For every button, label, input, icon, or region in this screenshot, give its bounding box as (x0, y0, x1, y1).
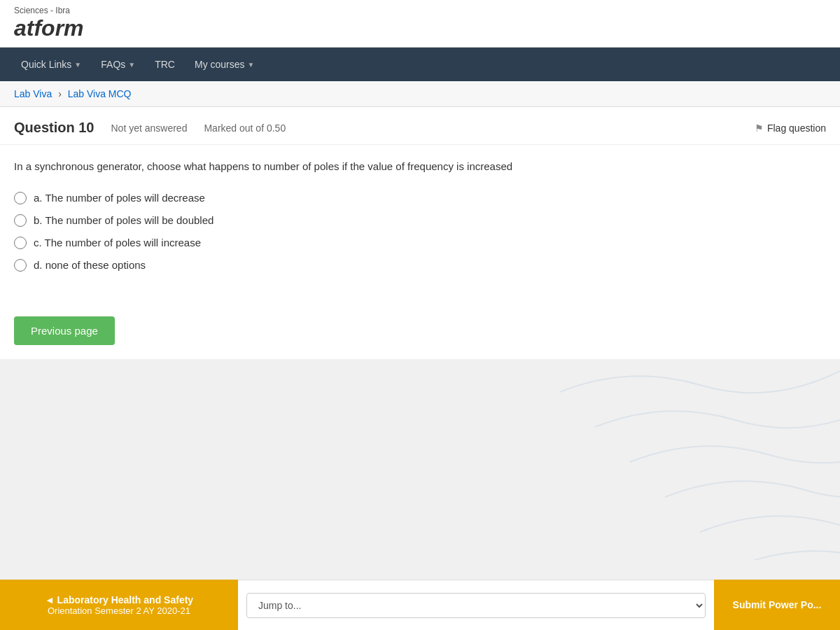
answer-option-c[interactable]: c. The number of poles will increase (14, 237, 826, 249)
breadcrumb: Lab Viva › Lab Viva MCQ (0, 81, 840, 107)
answer-label-c: c. The number of poles will increase (34, 237, 201, 248)
bottom-nav-right[interactable]: Submit Power Po... (714, 580, 840, 630)
submit-button-label: Submit Power Po... (733, 599, 822, 610)
navbar-item-faqs[interactable]: FAQs ▼ (91, 48, 145, 81)
question-body: In a synchronous generator, choose what … (0, 145, 840, 295)
chevron-down-icon: ▼ (74, 61, 81, 69)
answer-label-b: b. The number of poles will be doubled (34, 214, 214, 226)
jump-to-select[interactable]: Jump to... (246, 593, 706, 618)
navbar-item-quicklinks[interactable]: Quick Links ▼ (11, 48, 91, 81)
chevron-down-icon: ▼ (128, 61, 135, 69)
bottom-nav-left-text2: Orientation Semester 2 AY 2020-21 (48, 606, 190, 616)
question-header: Question 10 Not yet answered Marked out … (0, 107, 840, 145)
platform-subtitle: Sciences - Ibra (14, 6, 826, 15)
answer-option-b[interactable]: b. The number of poles will be doubled (14, 214, 826, 227)
previous-page-button[interactable]: Previous page (14, 316, 115, 345)
navbar: Quick Links ▼ FAQs ▼ TRC My courses ▼ (0, 48, 840, 81)
flag-question-button[interactable]: ⚑ Flag question (755, 122, 826, 134)
breadcrumb-lab-viva[interactable]: Lab Viva (14, 88, 52, 99)
radio-b[interactable] (14, 214, 27, 227)
platform-title: atform (14, 15, 826, 41)
main-content: Question 10 Not yet answered Marked out … (0, 107, 840, 359)
chevron-down-icon: ▼ (248, 61, 255, 69)
bottom-nav-middle: Jump to... (238, 580, 714, 630)
flag-icon: ⚑ (755, 122, 764, 134)
radio-c[interactable] (14, 237, 27, 249)
bottom-nav-left[interactable]: ◄ Laboratory Health and Safety Orientati… (0, 580, 238, 630)
answer-option-d[interactable]: d. none of these options (14, 259, 826, 272)
question-number: Question 10 (14, 120, 94, 136)
radio-d[interactable] (14, 259, 27, 272)
radio-a[interactable] (14, 192, 27, 204)
answer-label-a: a. The number of poles will decrease (34, 192, 205, 204)
answer-option-a[interactable]: a. The number of poles will decrease (14, 192, 826, 204)
question-marked: Marked out of 0.50 (204, 122, 286, 134)
breadcrumb-lab-viva-mcq[interactable]: Lab Viva MCQ (68, 88, 132, 99)
question-status: Not yet answered (111, 122, 187, 134)
prev-btn-container: Previous page (0, 295, 840, 359)
answer-label-d: d. none of these options (34, 259, 146, 271)
platform-header: Sciences - Ibra atform (0, 0, 840, 48)
question-text: In a synchronous generator, choose what … (14, 159, 826, 175)
bottom-nav: ◄ Laboratory Health and Safety Orientati… (0, 580, 840, 630)
navbar-item-mycourses[interactable]: My courses ▼ (185, 48, 264, 81)
bottom-nav-left-text1: ◄ Laboratory Health and Safety (45, 594, 193, 606)
navbar-item-trc[interactable]: TRC (145, 48, 185, 81)
